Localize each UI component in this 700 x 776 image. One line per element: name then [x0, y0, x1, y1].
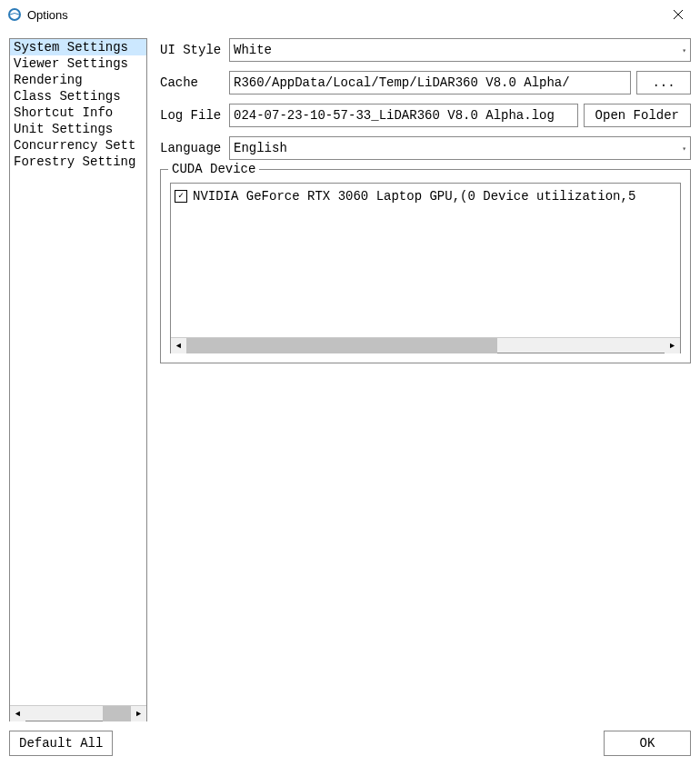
ok-button[interactable]: OK — [604, 731, 691, 756]
sidebar-scrollbar[interactable]: ◄ ► — [10, 705, 146, 721]
sidebar-item-rendering[interactable]: Rendering — [10, 72, 146, 88]
logfile-label: Log File — [160, 108, 229, 123]
scrollbar-thumb[interactable] — [103, 706, 131, 721]
sidebar-item-concurrency-settings[interactable]: Concurrency Sett — [10, 137, 146, 154]
language-label: Language — [160, 141, 229, 155]
scrollbar-thumb[interactable] — [186, 338, 497, 353]
row-cache: Cache ... — [160, 71, 691, 95]
sidebar-item-shortcut-info[interactable]: Shortcut Info — [10, 104, 146, 121]
scroll-right-icon[interactable]: ► — [131, 706, 146, 721]
main-panel: UI Style White ▾ Cache ... Log File Open… — [147, 38, 691, 721]
row-ui-style: UI Style White ▾ — [160, 38, 691, 62]
app-icon — [7, 7, 22, 22]
logfile-input[interactable] — [229, 104, 578, 127]
scroll-left-icon[interactable]: ◄ — [10, 706, 25, 721]
ui-style-value: White — [234, 43, 272, 57]
footer: Default All OK — [0, 731, 700, 765]
window-title: Options — [27, 8, 664, 22]
ui-style-label: UI Style — [160, 43, 229, 57]
chevron-down-icon: ▾ — [682, 144, 686, 153]
cache-label: Cache — [160, 75, 229, 90]
chevron-down-icon: ▾ — [682, 46, 686, 55]
cuda-fieldset: CUDA Device ✓ NVIDIA GeForce RTX 3060 La… — [160, 169, 691, 363]
close-button[interactable] — [664, 0, 693, 29]
scrollbar-track[interactable] — [186, 338, 665, 353]
cuda-scrollbar[interactable]: ◄ ► — [171, 337, 680, 353]
sidebar-item-system-settings[interactable]: System Settings — [10, 39, 146, 55]
sidebar-item-unit-settings[interactable]: Unit Settings — [10, 121, 146, 137]
cuda-checkbox[interactable]: ✓ — [175, 190, 187, 203]
row-logfile: Log File Open Folder — [160, 104, 691, 127]
sidebar-item-class-settings[interactable]: Class Settings — [10, 88, 146, 104]
cache-input[interactable] — [229, 71, 631, 95]
titlebar: Options — [0, 0, 700, 29]
language-value: English — [234, 141, 287, 155]
cuda-legend: CUDA Device — [168, 162, 259, 176]
scroll-right-icon[interactable]: ► — [665, 338, 680, 353]
sidebar: System Settings Viewer Settings Renderin… — [9, 38, 147, 721]
open-folder-button[interactable]: Open Folder — [584, 104, 691, 127]
sidebar-list: System Settings Viewer Settings Renderin… — [10, 39, 146, 705]
scrollbar-track[interactable] — [25, 706, 131, 721]
cuda-device-label: NVIDIA GeForce RTX 3060 Laptop GPU,(0 De… — [193, 189, 635, 204]
cuda-device-item[interactable]: ✓ NVIDIA GeForce RTX 3060 Laptop GPU,(0 … — [175, 189, 676, 204]
scroll-left-icon[interactable]: ◄ — [171, 338, 186, 353]
sidebar-item-forestry-settings[interactable]: Forestry Setting — [10, 154, 146, 170]
ui-style-combo[interactable]: White ▾ — [229, 38, 691, 62]
language-combo[interactable]: English ▾ — [229, 136, 691, 160]
cuda-device-list: ✓ NVIDIA GeForce RTX 3060 Laptop GPU,(0 … — [170, 183, 681, 353]
cuda-content: ✓ NVIDIA GeForce RTX 3060 Laptop GPU,(0 … — [171, 184, 680, 337]
sidebar-item-viewer-settings[interactable]: Viewer Settings — [10, 55, 146, 72]
cache-browse-button[interactable]: ... — [636, 71, 691, 95]
content-area: System Settings Viewer Settings Renderin… — [0, 29, 700, 731]
default-all-button[interactable]: Default All — [9, 731, 113, 756]
row-language: Language English ▾ — [160, 136, 691, 160]
